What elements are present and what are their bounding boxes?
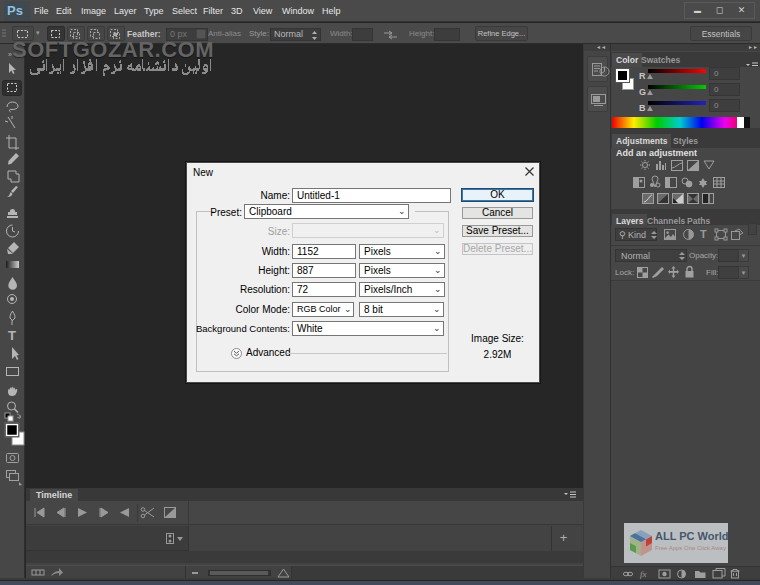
svg-text:T: T <box>8 328 16 343</box>
svg-text:fx: fx <box>640 569 647 579</box>
